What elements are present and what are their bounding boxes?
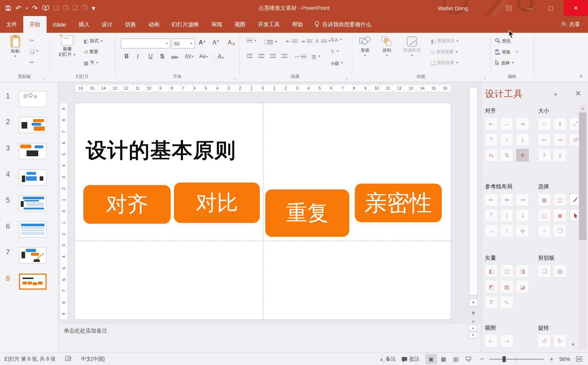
undo-dropdown-caret[interactable]: ▾ [26,6,28,10]
ribbon-display-options-icon[interactable] [500,0,517,16]
text-to-shape-icon[interactable]: T [485,296,497,309]
horizontal-ruler[interactable]: 1615141312111098765432101234567891011121… [75,84,451,92]
normal-view-icon[interactable]: ▣ [425,354,437,364]
align-center-button[interactable] [258,54,264,58]
slide-number-indicator[interactable]: 幻灯片 第 8 张, 共 8 张 [4,356,56,362]
guide-left-icon[interactable]: ⇤ [485,193,497,206]
rotate-right-icon[interactable]: ↻ [554,335,566,347]
guide-center-horizontal-icon[interactable]: ⇹ [501,193,513,206]
same-width-icon[interactable]: ⇔ [538,118,551,130]
shape-button-contrast[interactable]: 对比 [174,182,260,223]
tab-review[interactable]: 审阅 [205,16,229,33]
tab-help[interactable]: 帮助 [286,16,309,33]
shape-button-align[interactable]: 对齐 [83,185,171,224]
clipboard-dialog-launcher-icon[interactable]: ⌟ [44,76,45,80]
shape-intersect-icon[interactable]: ◫ [501,265,513,277]
align-middle-icon[interactable]: ↕ [501,133,513,146]
increase-indent-button[interactable]: ⇥ [301,39,312,44]
edit-points-icon[interactable]: ∿ [501,296,513,309]
collapse-ribbon-icon[interactable]: ∧ [579,73,583,79]
stretch-bottom-icon[interactable]: ⇓ [554,149,566,161]
select-same-format-icon[interactable]: ▣ [538,193,551,206]
guide-grid-icon[interactable]: ✛ [516,225,529,237]
change-case-icon[interactable]: Aa▼ [199,53,208,59]
horizontal-guide[interactable] [75,241,452,241]
stretch-left-icon[interactable]: ⇐ [538,133,551,146]
align-text-button[interactable]: ⇳▼ [330,49,339,54]
format-painter-button[interactable]: ✏ [30,60,34,65]
replace-button[interactable]: ab⤷ac 替换▼ [495,49,519,55]
align-bottom-icon[interactable]: ⤓ [516,133,529,146]
share-button[interactable]: 共享 [553,16,588,33]
zoom-level[interactable]: 56% [559,356,570,362]
snap-right-icon[interactable]: ⇢ [501,335,513,347]
align-top-icon[interactable]: ⤒ [485,133,497,146]
scrollbar-thumb[interactable] [469,87,478,295]
guide-margin-horizontal-icon[interactable]: ↔ [485,225,497,237]
tab-animations[interactable]: 动画 [142,16,166,33]
italic-icon[interactable]: I [137,53,139,60]
select-smaller-icon[interactable]: ◱ [538,209,551,221]
align-right-button[interactable] [270,54,276,58]
save-icon[interactable] [5,5,11,11]
spell-check-icon[interactable] [65,356,72,362]
paragraph-dialog-launcher-icon[interactable]: ⌟ [346,76,347,80]
arrange-button[interactable]: 排列▼ [377,36,397,57]
notes-scroll-down-icon[interactable]: ▼ [469,332,477,338]
customize-qat-icon[interactable]: ▾ [92,5,95,12]
slide-thumbnail-3[interactable]: 3 [0,143,58,165]
text-shadow-icon[interactable]: S [160,53,164,60]
guide-right-icon[interactable]: ⇥ [516,193,529,206]
slide-thumbnail-8[interactable]: 8 [0,274,58,295]
previous-slide-icon[interactable]: ⇈ [470,310,477,317]
reset-button[interactable]: ↺重置 [84,49,98,55]
notes-scroll-up-icon[interactable]: ▲ [469,325,477,331]
distributed-button[interactable]: ⇿ [295,54,306,59]
guide-bottom-icon[interactable]: ⤓ [516,209,529,221]
slide-thumbnail-5[interactable]: 5 [0,195,58,217]
vertical-scrollbar[interactable]: ▼ ⇈ ⇊ [469,84,478,335]
convert-smartart-button[interactable]: ⬗▦▼ [330,60,343,66]
shape-effects-button[interactable]: ❑形状效果▼ [431,60,458,66]
panel-close-icon[interactable]: ✕ [575,89,581,98]
reading-view-icon[interactable]: ▥ [450,354,462,364]
vertical-ruler[interactable]: 9876543210123456789 [60,103,68,320]
shape-crop-icon[interactable]: ◪ [516,280,529,293]
zoom-slider[interactable] [489,359,544,360]
decrease-font-size-icon[interactable]: A▼ [212,39,219,46]
font-color-icon[interactable]: A▼ [218,53,225,60]
same-height-icon[interactable]: ⇕ [554,118,566,130]
tab-view[interactable]: 视图 [229,16,252,33]
font-name-combo[interactable]: ▼ [121,39,170,48]
crop-tool-icon[interactable]: ❒ [63,5,68,11]
columns-button[interactable]: ▥▼ [311,54,321,59]
align-left-icon[interactable]: ⇤ [485,118,497,130]
slide-thumbnail-6[interactable]: 6 [0,221,58,243]
guide-center-vertical-icon[interactable]: ↨ [501,209,513,221]
tab-developer[interactable]: 开发工具 [252,16,286,33]
scroll-down-icon[interactable]: ▼ [469,298,478,306]
select-larger-icon[interactable]: ◼ [554,209,566,221]
notes-toggle-button[interactable]: ▲̲ 备注 [379,356,396,362]
copy-button[interactable]: ❏▼ [30,49,39,54]
panel-dropdown-icon[interactable]: ▼ [553,92,558,97]
align-right-icon[interactable]: ⇥ [516,118,529,130]
select-button[interactable]: 选择▼ [495,60,514,66]
ungroup-tool-icon[interactable]: ❐ [82,5,87,11]
bold-icon[interactable]: B [124,53,129,60]
group-tool-icon[interactable]: ❏ [73,5,78,11]
slide-thumbnail-7[interactable]: 7 [0,247,58,269]
zoom-in-button[interactable]: + [550,356,553,363]
strikethrough-icon[interactable]: abe [171,55,178,60]
fit-to-window-icon[interactable] [576,356,582,362]
shape-union-icon[interactable]: ◧ [485,265,497,277]
maximize-icon[interactable]: ▢ [543,0,559,16]
tab-insert[interactable]: 插入 [72,16,96,33]
slideshow-from-start-icon[interactable] [42,5,49,11]
bullets-button[interactable]: ▼ [247,39,257,43]
font-dialog-launcher-icon[interactable]: ⌟ [234,76,235,80]
paste-dropdown-caret[interactable]: ▼ [14,55,17,58]
panel-scrollbar-thumb[interactable] [579,113,587,240]
rotate-left-icon[interactable]: ↺ [538,335,551,347]
distribute-horizontal-icon[interactable]: ⇆ [485,149,497,161]
